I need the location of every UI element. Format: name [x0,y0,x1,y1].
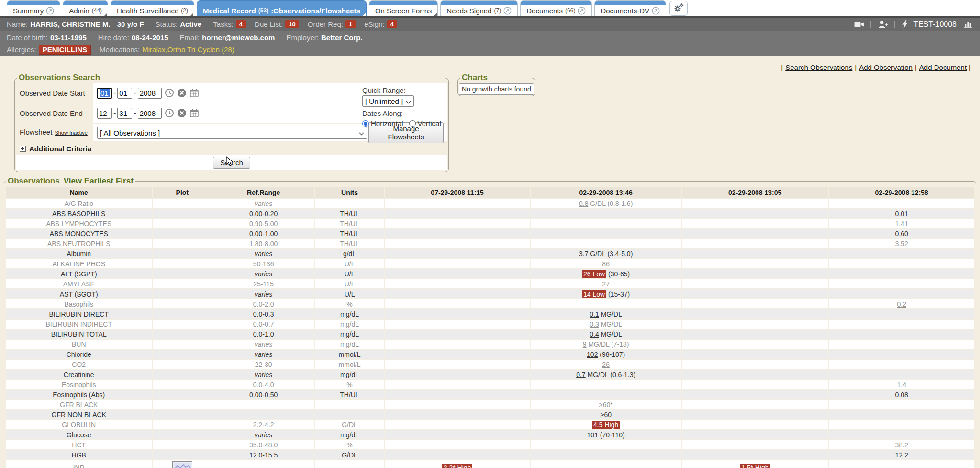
tab-admin[interactable]: Admin(44) [63,0,108,16]
medication-link[interactable]: Miralax [142,46,165,54]
quick-range-select[interactable]: [ Unlimited ] [362,95,414,107]
table-row: GFR NON BLACK>60 [6,410,974,419]
plot-thumbnail[interactable] [172,461,192,468]
obs-value-link[interactable]: 0.3 [590,320,599,328]
obs-value-link[interactable]: 0.2 [897,300,906,308]
show-inactive-link[interactable]: Show Inactive [55,130,87,136]
obs-value-link[interactable]: 101 [587,431,598,439]
obs-value-link[interactable]: 0.60 [895,230,908,238]
tab-dropdown-caret[interactable] [434,13,437,16]
ref-range-cell: varies [212,350,314,359]
start-month-input[interactable]: 01 [97,88,112,99]
tab-medical-record[interactable]: Medical Record(53):Observations/Flowshee… [197,0,367,16]
allergy-badge[interactable]: PENICILLINS [39,45,91,55]
add-person-icon[interactable] [878,20,889,29]
calendar-icon[interactable] [189,108,199,118]
obs-value-link[interactable]: 0.08 [895,391,908,399]
obs-value-link[interactable]: 26 [583,270,591,278]
obs-value-link[interactable]: 38.2 [895,441,908,449]
tab-dropdown-caret[interactable] [363,13,366,16]
action-link-search-observations[interactable]: Search Observations [785,63,852,71]
popout-icon[interactable] [578,7,586,15]
start-day-input[interactable]: 01 [117,88,132,99]
obs-value-link[interactable]: 3.52 [895,240,908,248]
video-camera-icon[interactable] [854,21,865,28]
obs-value-link[interactable]: >60* [599,401,613,409]
patient-hire-date: 08-24-2015 [132,34,168,42]
obs-value-link[interactable]: 86 [602,260,610,268]
obs-value-cell [531,299,681,308]
obs-value-link[interactable]: 9 [583,341,587,348]
units-cell: mg/dL [315,370,384,379]
obs-name-cell: GLOBULIN [6,420,152,429]
obs-value-link[interactable]: 26 [602,361,610,368]
tab-settings-gear-button[interactable] [669,1,688,16]
tab-dropdown-caret[interactable] [104,13,107,16]
obs-value-cell [385,440,530,449]
obs-value-link[interactable]: 0.8 [579,200,588,207]
tab-needs-signed[interactable]: Needs Signed(7) [440,0,518,16]
table-row: ALKALINE PHOS50-136U/L86 [6,259,974,268]
obs-value-cell [531,450,681,459]
obs-value-link[interactable]: 14 [583,290,591,298]
tab-summary[interactable]: Summary [7,0,60,16]
expand-plus-icon[interactable] [20,146,26,152]
chart-stats-icon[interactable] [964,20,973,28]
vertical-radio[interactable] [409,120,416,127]
obs-value-link[interactable]: 0.4 [590,331,599,338]
lightning-icon[interactable] [902,20,908,29]
tab-health-surveillance[interactable]: Health Surveillance(2) [111,0,194,16]
calendar-icon[interactable] [189,88,199,98]
popout-icon[interactable] [652,7,660,15]
clock-icon[interactable] [165,108,174,118]
clock-icon[interactable] [165,88,174,98]
obs-value-link[interactable]: 1.41 [895,220,908,228]
tab-documents-dv[interactable]: Documents-DV [594,0,666,16]
obs-name-cell: ALKALINE PHOS [6,259,152,268]
end-year-input[interactable]: 2008 [138,108,162,119]
obs-value-cell [385,380,530,389]
count-badge[interactable]: 1 [345,20,356,28]
action-link-add-document[interactable]: Add Document [919,63,967,71]
tab-on-screen-forms[interactable]: On Screen Forms [369,0,438,16]
ref-range-cell: varies [212,249,314,258]
end-month-input[interactable]: 12 [97,108,112,119]
end-day-input[interactable]: 31 [117,108,132,119]
observed-date-end-label: Observed Date End [16,103,93,123]
column-header: 02-29-2008 13:46 [531,187,681,198]
tab-dropdown-caret[interactable] [190,13,193,16]
horizontal-radio[interactable] [362,120,369,127]
dates-along-label: Dates Along: [362,109,443,117]
obs-value-link[interactable]: 1.4 [897,381,906,388]
obs-value-link[interactable]: 0.01 [895,210,908,217]
count-badge[interactable]: 4 [236,20,246,28]
search-button[interactable]: Search [213,157,250,169]
medication-link[interactable]: Ortho Tri-Cyclen (28) [167,46,234,54]
obs-value-link[interactable]: 0.1 [590,310,599,318]
obs-value-link[interactable]: 102 [587,351,598,358]
start-year-input[interactable]: 2008 [138,88,162,99]
obs-value-link[interactable]: 12.2 [895,451,908,459]
view-earliest-first-link[interactable]: View Earliest First [64,176,134,185]
obs-value-link[interactable]: 3.7 [579,250,588,258]
count-badge[interactable]: 4 [387,20,397,28]
plot-cell [153,320,212,329]
flowsheet-select[interactable]: [ All Observations ] [97,127,367,139]
count-badge[interactable]: 10 [285,20,299,28]
obs-value-link[interactable]: 0.7 [576,371,585,378]
obs-value-link[interactable]: 2.2* [444,464,456,468]
additional-criteria-toggle[interactable]: Additional Criteria [16,142,447,155]
obs-value-cell: 2.2* High [385,460,530,468]
obs-value-link[interactable]: >60 [600,411,612,419]
clear-date-icon[interactable] [177,88,187,98]
obs-value-link[interactable]: 27 [602,280,610,288]
clear-date-icon[interactable] [177,108,187,118]
obs-value-link[interactable]: 1.5* [741,464,753,468]
action-link-add-observation[interactable]: Add Observation [859,63,913,71]
popout-icon[interactable] [503,7,512,15]
tab-documents[interactable]: Documents(66) [520,0,592,16]
obs-value-link[interactable]: 4.5 [593,421,602,429]
obs-value-cell: 0.60 [829,229,974,238]
popout-icon[interactable] [46,7,54,15]
obs-value-cell [385,279,530,288]
